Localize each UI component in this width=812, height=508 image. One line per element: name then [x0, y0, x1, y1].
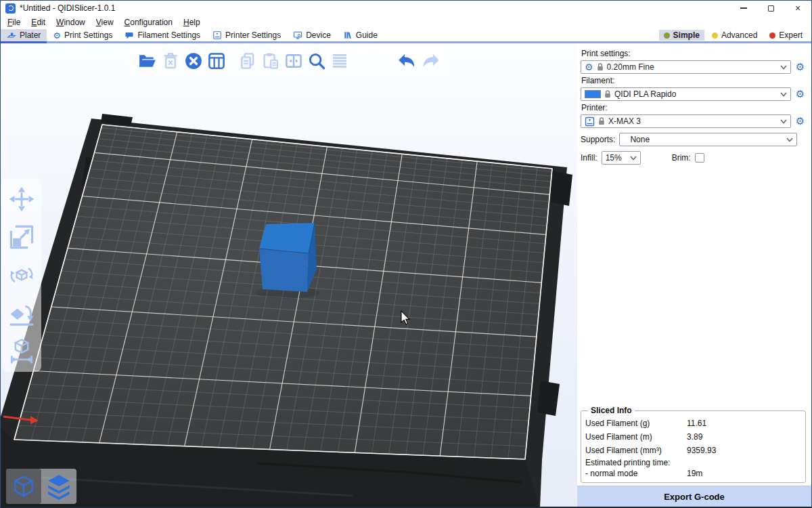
print-settings-gear-button[interactable]: ⚙	[794, 61, 806, 73]
print-bed[interactable]	[1, 114, 572, 507]
open-file-icon	[137, 51, 158, 71]
brim-label: Brim:	[672, 153, 691, 163]
tab-label: Guide	[356, 30, 378, 40]
filament-label: Filament:	[581, 76, 806, 85]
search-icon	[307, 51, 327, 71]
split-button[interactable]	[282, 49, 305, 72]
filament-value: QIDI PLA Rapido	[614, 89, 676, 99]
print-settings-select[interactable]: ⚙ 0.20mm Fine	[581, 60, 791, 74]
chevron-down-icon	[780, 119, 787, 124]
menu-configuration[interactable]: Configuration	[119, 16, 178, 28]
tab-device[interactable]: Device	[287, 29, 337, 43]
measure-icon	[7, 336, 37, 366]
undo-button[interactable]	[396, 49, 419, 72]
menu-edit[interactable]: Edit	[26, 16, 51, 28]
sliced-info-label: Used Filament (m)	[585, 432, 687, 442]
mode-label: Simple	[673, 30, 700, 40]
menu-file[interactable]: File	[2, 16, 26, 28]
sliced-info-row: Used Filament (g) 11.61	[585, 417, 801, 430]
paste-button[interactable]	[259, 49, 282, 72]
3d-viewport[interactable]	[1, 43, 577, 507]
preview-icon	[45, 473, 72, 500]
filament-color-swatch	[585, 90, 601, 98]
search-button[interactable]	[305, 49, 328, 72]
arrange-button[interactable]	[205, 49, 228, 72]
tab-bar: Plater ⚙ Print Settings Filament Setting…	[1, 29, 811, 43]
variable-layer-height-button[interactable]	[328, 49, 351, 72]
mode-label: Advanced	[721, 30, 757, 40]
supports-label: Supports:	[581, 135, 615, 144]
maximize-button[interactable]	[757, 1, 784, 16]
sliced-info-value: 3.89	[687, 432, 801, 442]
mode-label: Expert	[779, 30, 803, 40]
measure-tool-button[interactable]	[6, 335, 37, 366]
sliced-info-value: 9359.93	[687, 446, 801, 455]
tab-filament-settings[interactable]: Filament Settings	[118, 29, 206, 43]
rotate-tool-button[interactable]	[6, 259, 37, 291]
menu-help[interactable]: Help	[178, 16, 206, 28]
sliced-info-row: Estimated printing time:	[585, 457, 801, 468]
window-title: *Untitled - QIDISlicer-1.0.1	[20, 3, 115, 13]
redo-icon	[420, 50, 441, 72]
filament-gear-button[interactable]: ⚙	[794, 88, 806, 100]
tab-label: Plater	[20, 30, 41, 40]
menu-view[interactable]: View	[91, 16, 119, 28]
printer-icon	[585, 117, 595, 127]
preview-button[interactable]	[41, 469, 76, 504]
close-button[interactable]: ×	[784, 1, 811, 16]
scale-icon	[7, 222, 37, 252]
sliced-info-row: - normal mode 19m	[585, 468, 801, 479]
mode-expert[interactable]: Expert	[765, 30, 807, 41]
sliced-info-row: Used Filament (m) 3.89	[585, 430, 801, 444]
variable-layer-height-icon	[330, 51, 350, 71]
scale-tool-button[interactable]	[6, 221, 37, 253]
brim-checkbox[interactable]	[695, 153, 704, 163]
tab-plater[interactable]: Plater	[1, 29, 47, 43]
delete-button[interactable]	[159, 49, 182, 72]
open-file-button[interactable]	[136, 49, 159, 72]
tab-guide[interactable]: Guide	[337, 29, 384, 43]
printer-value: X-MAX 3	[608, 117, 641, 126]
arrange-icon	[206, 51, 227, 71]
tab-label: Printer Settings	[225, 30, 281, 40]
minimize-button[interactable]	[730, 1, 757, 16]
infill-select[interactable]: 15%	[602, 151, 641, 165]
supports-value: None	[623, 135, 650, 144]
redo-button[interactable]	[419, 49, 442, 72]
move-tool-button[interactable]	[6, 184, 37, 215]
print-settings-label: Print settings:	[581, 49, 806, 58]
printer-label: Printer:	[581, 103, 806, 112]
menu-bar: File Edit Window View Configuration Help	[1, 16, 811, 29]
supports-select[interactable]: None	[619, 133, 797, 146]
view-mode-toggles	[6, 469, 76, 504]
place-on-face-tool-button[interactable]	[6, 297, 37, 329]
maximize-icon	[768, 5, 774, 12]
delete-all-button[interactable]	[182, 49, 205, 72]
sliced-info-label: - normal mode	[585, 469, 687, 478]
minimize-icon	[740, 7, 747, 9]
infill-label: Infill:	[581, 153, 597, 163]
filament-select[interactable]: QIDI PLA Rapido	[581, 87, 791, 101]
mode-simple[interactable]: Simple	[659, 30, 704, 41]
menu-window[interactable]: Window	[51, 16, 91, 28]
gear-icon: ⚙	[796, 117, 805, 127]
printer-gear-button[interactable]: ⚙	[794, 115, 806, 127]
delete-icon	[160, 51, 181, 71]
move-icon	[7, 184, 37, 214]
printer-select[interactable]: X-MAX 3	[581, 114, 791, 128]
copy-button[interactable]	[236, 49, 259, 72]
lock-icon	[604, 90, 611, 98]
export-gcode-button[interactable]: Export G-code	[577, 486, 811, 507]
chevron-down-icon	[786, 137, 793, 142]
tab-print-settings[interactable]: ⚙ Print Settings	[47, 29, 118, 43]
settings-panel: Print settings: ⚙ 0.20mm Fine ⚙	[577, 43, 811, 507]
3d-editor-view-button[interactable]	[6, 469, 41, 504]
undo-icon	[397, 50, 418, 72]
infill-value: 15%	[606, 153, 622, 163]
print-settings-value: 0.20mm Fine	[607, 62, 654, 72]
tab-printer-settings[interactable]: Printer Settings	[206, 29, 287, 43]
sliced-info-value	[687, 458, 801, 467]
mode-advanced[interactable]: Advanced	[707, 30, 762, 41]
copy-icon	[238, 51, 258, 71]
paste-icon	[261, 51, 281, 71]
